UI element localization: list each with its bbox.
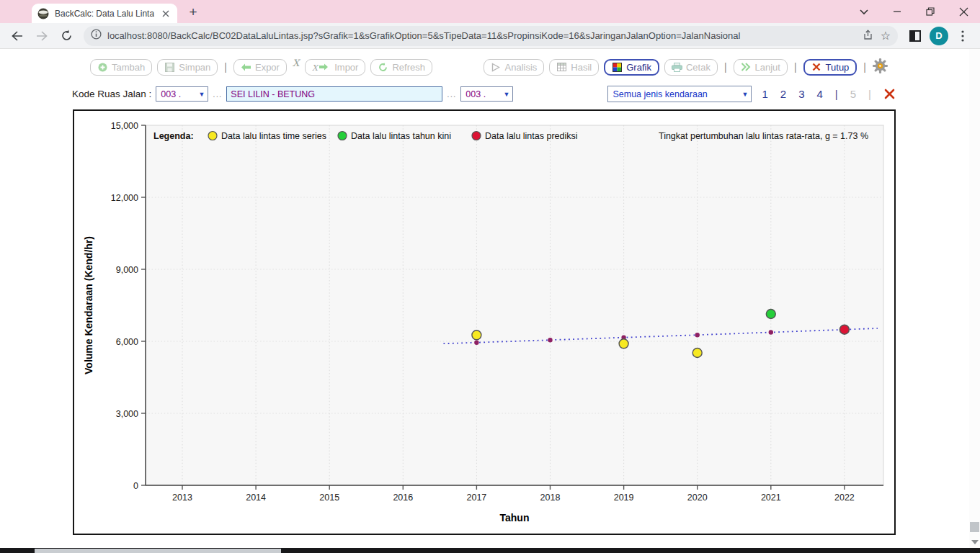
trend-point xyxy=(769,330,773,334)
grafik-button[interactable]: Grafik xyxy=(604,59,659,76)
legend-title: Legenda: xyxy=(153,131,194,141)
share-icon[interactable] xyxy=(862,29,873,43)
legend-marker xyxy=(338,132,347,140)
road-code-from-select[interactable]: 003 .▼ xyxy=(156,86,208,102)
x-tick-label: 2015 xyxy=(319,493,339,503)
x-tick-label: 2014 xyxy=(246,493,266,503)
chevron-down-icon: ▼ xyxy=(503,91,509,98)
data-point-series-0 xyxy=(472,331,481,340)
new-tab-button[interactable]: + xyxy=(183,2,203,22)
toolbar-right-group: Analisis Hasil Grafik Cetak | xyxy=(484,58,888,76)
lanjut-button[interactable]: Lanjut xyxy=(734,59,788,76)
page-4-link[interactable]: 4 xyxy=(817,88,823,100)
legend-label: Data lalu lintas prediksi xyxy=(485,131,578,141)
window-close-button[interactable] xyxy=(947,0,980,23)
table-icon xyxy=(556,62,567,73)
bookmark-star-icon[interactable]: ☆ xyxy=(881,29,891,42)
x-tick-label: 2013 xyxy=(172,493,192,503)
minimize-button[interactable] xyxy=(881,0,914,23)
tab-close-icon[interactable] xyxy=(160,8,172,19)
data-point-series-2 xyxy=(839,325,849,334)
impor-button[interactable]: X Impor xyxy=(305,59,365,76)
refresh-button[interactable]: Refresh xyxy=(370,59,432,76)
road-code-label: Kode Ruas Jalan : xyxy=(72,89,151,99)
y-tick-label: 15,000 xyxy=(111,121,138,131)
vehicle-type-select[interactable]: Semua jenis kendaraan▼ xyxy=(607,86,752,102)
toolbar-separator: | xyxy=(793,61,798,73)
site-info-icon[interactable] xyxy=(91,29,102,42)
y-axis-title: Volume Kendaraan (Kend/hr) xyxy=(83,236,94,374)
tab-search-chevron-icon[interactable] xyxy=(847,0,881,23)
x-axis-title: Tahun xyxy=(500,512,530,523)
road-code-to-select[interactable]: 003 .▼ xyxy=(460,86,513,102)
excel-mark: X xyxy=(292,58,300,68)
pagination: 1 2 3 4 | 5 | xyxy=(762,88,871,100)
forward-button[interactable] xyxy=(32,26,52,46)
window-controls xyxy=(847,0,980,23)
page-2-link[interactable]: 2 xyxy=(780,88,786,100)
pagination-separator: | xyxy=(835,88,838,100)
hasil-label: Hasil xyxy=(571,62,592,73)
grafik-label: Grafik xyxy=(626,62,651,73)
taskbar-segment xyxy=(35,549,281,553)
site-favicon-icon xyxy=(37,8,49,19)
save-icon xyxy=(164,62,175,73)
data-point-series-1 xyxy=(766,310,775,319)
pagination-separator: | xyxy=(868,88,871,100)
scrollbar-thumb[interactable] xyxy=(970,522,979,532)
browser-tab[interactable]: BackCalc: Data Lalu Lintas xyxy=(32,4,177,23)
cetak-label: Cetak xyxy=(686,62,710,73)
arrow-left-icon xyxy=(241,62,251,73)
legend-label: Data lalu lintas time series xyxy=(221,131,326,141)
browser-menu-icon[interactable] xyxy=(953,26,973,46)
chart-canvas: 2013201420152016201720182019202020212022… xyxy=(74,111,894,534)
profile-avatar[interactable]: D xyxy=(930,27,948,45)
settings-button[interactable] xyxy=(873,58,888,76)
y-tick-label: 3,000 xyxy=(116,409,138,419)
toolbar-left-group: Tambah Simpan | Expor X X xyxy=(90,59,432,76)
y-tick-label: 12,000 xyxy=(111,193,138,203)
impor-label: Impor xyxy=(334,62,358,73)
page-content: Tambah Simpan | Expor X X xyxy=(0,49,980,548)
refresh-label: Refresh xyxy=(392,62,425,73)
x-tick-label: 2020 xyxy=(687,493,708,503)
url-text: localhost:8080/BackCalc/BC02DataLaluLint… xyxy=(107,30,856,41)
legend-marker xyxy=(208,132,217,140)
simpan-button[interactable]: Simpan xyxy=(157,59,218,76)
y-tick-label: 6,000 xyxy=(116,337,138,347)
close-panel-icon[interactable] xyxy=(884,89,895,99)
hasil-button[interactable]: Hasil xyxy=(549,59,599,76)
chevron-down-icon: ▼ xyxy=(198,91,205,98)
vehicle-filter-group: Semua jenis kendaraan▼ 1 2 3 4 | 5 | xyxy=(607,86,895,102)
back-button[interactable] xyxy=(7,26,27,46)
tambah-label: Tambah xyxy=(112,62,145,73)
traffic-volume-chart: 2013201420152016201720182019202020212022… xyxy=(73,109,896,535)
restore-button[interactable] xyxy=(914,0,947,23)
taskbar[interactable] xyxy=(0,548,980,553)
printer-icon xyxy=(672,62,682,73)
ellipsis: ... xyxy=(213,89,222,99)
page-5-current: 5 xyxy=(850,88,856,100)
split-screen-icon[interactable] xyxy=(905,26,925,46)
road-name-input[interactable] xyxy=(226,86,442,102)
x-tick-label: 2022 xyxy=(834,493,855,503)
toolbar-separator: | xyxy=(723,61,729,73)
tambah-button[interactable]: Tambah xyxy=(90,59,152,76)
page-3-link[interactable]: 3 xyxy=(798,88,804,100)
page-1-link[interactable]: 1 xyxy=(762,88,767,100)
x-tick-label: 2017 xyxy=(466,493,486,503)
reload-button[interactable] xyxy=(56,26,76,46)
scrollbar-down-arrow-icon[interactable] xyxy=(971,540,979,544)
expor-label: Expor xyxy=(255,62,280,73)
page-scrollbar[interactable] xyxy=(969,49,980,548)
growth-annotation: Tingkat pertumbuhan lalu lintas rata-rat… xyxy=(659,131,868,141)
x-tick-label: 2021 xyxy=(761,493,781,503)
address-bar[interactable]: localhost:8080/BackCalc/BC02DataLaluLint… xyxy=(84,26,898,46)
tutup-label: Tutup xyxy=(826,62,850,73)
analisis-button[interactable]: Analisis xyxy=(484,59,545,76)
cetak-button[interactable]: Cetak xyxy=(664,59,718,76)
tutup-button[interactable]: Tutup xyxy=(803,59,858,76)
tab-title: BackCalc: Data Lalu Lintas xyxy=(55,9,154,19)
play-icon xyxy=(491,62,502,73)
expor-button[interactable]: Expor xyxy=(233,59,287,76)
